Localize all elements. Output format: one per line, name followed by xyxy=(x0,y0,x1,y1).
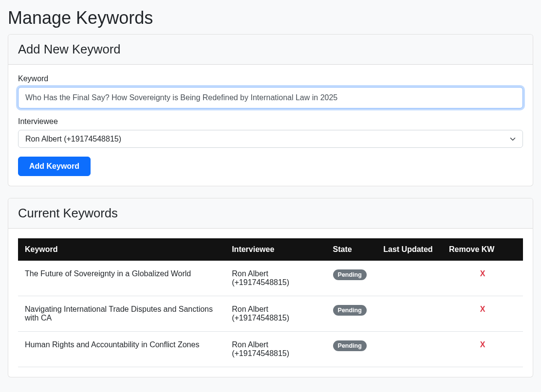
current-keywords-card: Current Keywords Keyword Interviewee Sta… xyxy=(8,198,533,377)
cell-state: Pending xyxy=(326,332,377,367)
interviewee-label: Interviewee xyxy=(18,117,523,126)
cell-interviewee: Ron Albert (+19174548815) xyxy=(225,332,326,367)
cell-keyword: Human Rights and Accountability in Confl… xyxy=(18,332,225,367)
col-state: State xyxy=(326,238,377,261)
cell-last-updated xyxy=(376,296,442,332)
page-title: Manage Keywords xyxy=(8,8,533,28)
cell-remove: X xyxy=(442,332,523,367)
cell-interviewee: Ron Albert (+19174548815) xyxy=(225,296,326,332)
keywords-table: Keyword Interviewee State Last Updated R… xyxy=(18,238,523,367)
current-keywords-body: Keyword Interviewee State Last Updated R… xyxy=(8,229,533,377)
state-badge: Pending xyxy=(333,269,367,280)
keyword-label: Keyword xyxy=(18,74,523,83)
cell-remove: X xyxy=(442,261,523,296)
cell-keyword: Navigating International Trade Disputes … xyxy=(18,296,225,332)
table-row: Human Rights and Accountability in Confl… xyxy=(18,332,523,367)
col-remove: Remove KW xyxy=(442,238,523,261)
current-keywords-heading: Current Keywords xyxy=(18,206,523,220)
interviewee-select[interactable]: Ron Albert (+19174548815) xyxy=(18,130,523,148)
cell-keyword: The Future of Sovereignty in a Globalize… xyxy=(18,261,225,296)
col-keyword: Keyword xyxy=(18,238,225,261)
remove-button[interactable]: X xyxy=(480,340,485,349)
cell-last-updated xyxy=(376,332,442,367)
add-keyword-header: Add New Keyword xyxy=(8,35,533,65)
table-header-row: Keyword Interviewee State Last Updated R… xyxy=(18,238,523,261)
add-keyword-button[interactable]: Add Keyword xyxy=(18,157,91,176)
table-row: Navigating International Trade Disputes … xyxy=(18,296,523,332)
state-badge: Pending xyxy=(333,305,367,316)
cell-state: Pending xyxy=(326,296,377,332)
current-keywords-header: Current Keywords xyxy=(8,198,533,229)
cell-last-updated xyxy=(376,261,442,296)
col-last-updated: Last Updated xyxy=(376,238,442,261)
keyword-input[interactable] xyxy=(18,87,523,108)
table-row: The Future of Sovereignty in a Globalize… xyxy=(18,261,523,296)
add-keyword-body: Keyword Interviewee Ron Albert (+1917454… xyxy=(8,65,533,186)
col-interviewee: Interviewee xyxy=(225,238,326,261)
state-badge: Pending xyxy=(333,340,367,351)
add-keyword-card: Add New Keyword Keyword Interviewee Ron … xyxy=(8,34,533,186)
cell-remove: X xyxy=(442,296,523,332)
cell-interviewee: Ron Albert (+19174548815) xyxy=(225,261,326,296)
cell-state: Pending xyxy=(326,261,377,296)
remove-button[interactable]: X xyxy=(480,269,485,278)
remove-button[interactable]: X xyxy=(480,305,485,313)
add-keyword-heading: Add New Keyword xyxy=(18,42,523,56)
